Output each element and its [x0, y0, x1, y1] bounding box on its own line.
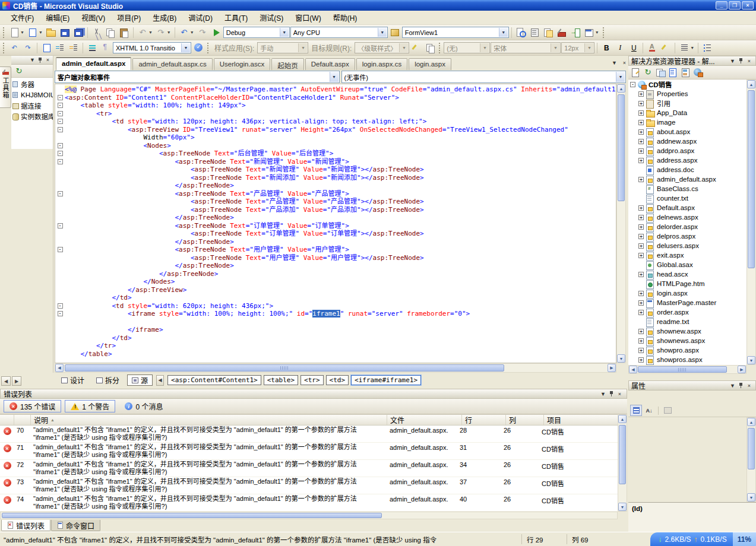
expand-icon[interactable]: +: [638, 310, 644, 315]
editor-vscrollbar[interactable]: ▲ ▼: [616, 84, 626, 363]
scroll-right-button[interactable]: ▶: [12, 376, 21, 386]
fold-margin[interactable]: -: [55, 158, 65, 166]
style-copy-button[interactable]: [423, 42, 436, 55]
doc-tab[interactable]: admin_default.aspx: [56, 57, 131, 70]
cut-button[interactable]: [90, 26, 103, 39]
fold-margin[interactable]: -: [55, 310, 65, 318]
tag-navigator-chip[interactable]: <td>: [326, 375, 349, 385]
fold-margin[interactable]: [55, 318, 65, 326]
properties-vscrollbar[interactable]: ▲ ▼: [746, 417, 756, 502]
tree-item[interactable]: +head.ascx: [628, 269, 746, 279]
tree-item[interactable]: +delnews.aspx: [628, 212, 746, 222]
fold-margin[interactable]: [55, 326, 65, 334]
highlight-button[interactable]: [659, 42, 672, 55]
scroll-down-icon[interactable]: ▼: [617, 354, 625, 363]
menu-item[interactable]: 帮助(H): [327, 11, 363, 24]
fold-margin[interactable]: [55, 206, 65, 214]
font-size-combo[interactable]: 12px▼: [561, 42, 594, 53]
tree-item[interactable]: Global.asax: [628, 260, 746, 269]
description-column-header[interactable]: 说明▲: [31, 415, 387, 425]
nav-back-small-button[interactable]: ↶: [8, 42, 21, 55]
debug-config-combo[interactable]: Debug▼: [223, 27, 290, 38]
tag-navigator-chip[interactable]: <table>: [264, 375, 298, 385]
fold-margin[interactable]: -: [55, 101, 65, 110]
menu-item[interactable]: 窗口(W): [289, 11, 327, 24]
doc-tab[interactable]: Default.aspx: [305, 58, 355, 70]
fold-margin[interactable]: [55, 286, 65, 294]
tree-item[interactable]: readme.txt: [628, 317, 746, 326]
fold-margin[interactable]: [55, 294, 65, 302]
window-position-button[interactable]: ▼: [599, 391, 607, 398]
bold-button[interactable]: B: [600, 42, 613, 55]
fold-margin[interactable]: [55, 262, 65, 270]
decrease-indent-button[interactable]: [53, 42, 67, 55]
alphabetical-button[interactable]: A↓: [643, 405, 655, 416]
expand-icon[interactable]: +: [638, 158, 644, 163]
fold-margin[interactable]: [55, 198, 65, 206]
aspnet-configuration-icon[interactable]: [692, 67, 703, 78]
tree-item[interactable]: +exit.aspx: [628, 250, 746, 260]
fold-margin[interactable]: -: [55, 94, 65, 102]
tree-item[interactable]: +shownew.aspx: [628, 326, 746, 336]
messages-filter-button[interactable]: 0 个消息: [119, 400, 169, 412]
close-document-icon[interactable]: ×: [621, 59, 628, 66]
expand-icon[interactable]: +: [638, 110, 644, 116]
fold-margin[interactable]: [55, 278, 65, 286]
align-button[interactable]: [678, 42, 691, 55]
italic-button[interactable]: I: [613, 42, 627, 55]
warnings-filter-button[interactable]: 1 个警告: [65, 400, 115, 412]
doctype-combo[interactable]: XHTML 1.0 Transitio▼: [113, 42, 191, 53]
menu-item[interactable]: 文件(F): [5, 11, 40, 24]
command-window-button[interactable]: [583, 26, 596, 39]
properties-icon[interactable]: [630, 67, 641, 78]
collapse-icon[interactable]: -: [58, 223, 63, 228]
close-icon[interactable]: ×: [44, 56, 52, 64]
scrollbar-thumb[interactable]: [638, 366, 727, 373]
target-rule-combo[interactable]: 〈级联样式〉▼: [355, 42, 409, 53]
tree-item[interactable]: +admin_default.aspx: [628, 174, 746, 184]
save-button[interactable]: [58, 26, 71, 39]
menu-item[interactable]: 测试(S): [254, 11, 289, 24]
platform-combo[interactable]: Any CPU▼: [290, 27, 388, 38]
refresh-icon[interactable]: ↻: [14, 66, 24, 77]
fold-margin[interactable]: -: [55, 118, 65, 126]
tree-item[interactable]: +Default.aspx: [628, 203, 746, 212]
fold-margin[interactable]: [55, 334, 65, 342]
collapse-icon[interactable]: -: [630, 82, 635, 87]
scroll-down-icon[interactable]: ▼: [747, 356, 755, 364]
close-icon[interactable]: ×: [745, 382, 753, 389]
undo-button[interactable]: ↶: [136, 26, 149, 39]
error-row[interactable]: 73"admin_default1" 不包含 "iframe1" 的定义，并且找…: [0, 477, 618, 494]
tree-item[interactable]: +App_Data: [628, 108, 746, 118]
scrollbar-thumb[interactable]: [618, 94, 625, 201]
doc-tab[interactable]: login.aspx: [409, 58, 451, 70]
pin-icon[interactable]: [739, 58, 743, 64]
pin-icon[interactable]: [739, 382, 743, 389]
project-column-header[interactable]: 项目: [544, 415, 618, 425]
restore-button[interactable]: ❐: [729, 1, 741, 9]
navigate-backward-button[interactable]: ↶: [178, 26, 191, 39]
increase-indent-button[interactable]: [67, 42, 80, 55]
collapse-icon[interactable]: -: [58, 151, 63, 156]
error-row[interactable]: 74"admin_default1" 不包含 "iframe1" 的定义，并且找…: [0, 494, 618, 512]
tree-item[interactable]: HTMLPage.htm: [628, 279, 746, 288]
pin-icon[interactable]: [609, 391, 613, 397]
toolbar-overflow[interactable]: [603, 27, 605, 38]
fold-margin[interactable]: [55, 270, 65, 278]
font-color-button[interactable]: [646, 42, 659, 55]
solution-explorer-button[interactable]: [542, 26, 555, 39]
tree-item[interactable]: BaseClass.cs: [628, 184, 746, 193]
scroll-down-icon[interactable]: ▼: [618, 503, 627, 511]
server-explorer-item[interactable]: 务器: [11, 79, 53, 90]
toolbar-grip[interactable]: [439, 43, 441, 53]
tree-item[interactable]: +addpro.aspx: [628, 146, 746, 155]
scroll-left-button[interactable]: ◀: [1, 376, 11, 386]
collapse-icon[interactable]: -: [58, 191, 63, 196]
style-apply-combo[interactable]: 手动▼: [257, 42, 308, 53]
member-combo[interactable]: FormView1▼: [402, 27, 509, 38]
pin-icon[interactable]: [38, 57, 42, 64]
tree-item[interactable]: +delorder.aspx: [628, 222, 746, 231]
error-row[interactable]: 71"admin_default1" 不包含 "iframe1" 的定义，并且找…: [0, 443, 618, 460]
fold-margin[interactable]: -: [55, 190, 65, 198]
scrollbar-thumb[interactable]: [65, 364, 504, 372]
